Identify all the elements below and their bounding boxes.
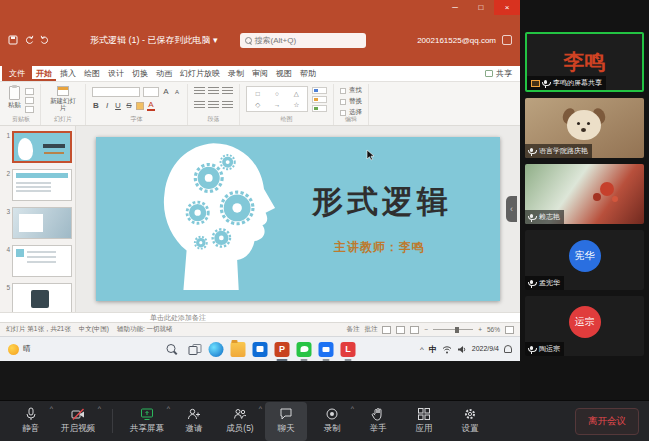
normal-view-icon[interactable] [382,326,391,334]
share-options-chevron[interactable]: ^ [167,405,170,412]
participant-tile-luqingyan[interactable]: 语言学院路庆艳 [525,98,644,158]
find-button[interactable]: 查找 [340,86,362,95]
meeting-app-icon[interactable] [319,342,334,357]
taskbar-search-icon[interactable] [165,342,180,357]
numbering-icon[interactable] [208,87,219,96]
mute-options-chevron[interactable]: ^ [50,405,53,412]
participant-tile-mengxianhua[interactable]: 宪华 孟宪华 [525,230,644,290]
shape-star-icon[interactable]: ☆ [293,101,299,109]
tab-slideshow[interactable]: 幻灯片放映 [176,66,224,81]
participant-tile-liming[interactable]: 李鸣 李鸣的屏幕共享 [525,32,644,92]
ribbon-display-options-icon[interactable] [502,35,512,45]
tab-home[interactable]: 开始 [32,66,56,81]
save-icon[interactable] [8,35,18,45]
ime-indicator[interactable]: 中 [429,344,437,355]
participant-tile-laizhiyan[interactable]: 赖志艳 [525,164,644,224]
wechat-icon[interactable] [297,342,312,357]
slideshow-view-icon[interactable] [410,326,419,334]
microsoft-store-icon[interactable] [253,342,268,357]
underline-button[interactable]: U [114,101,122,110]
leave-meeting-button[interactable]: 离开会议 [575,408,639,435]
copy-icon[interactable] [25,97,34,104]
slide-sorter-view-icon[interactable] [396,326,405,334]
slide-editor-area[interactable]: 形式逻辑 主讲教师：李鸣 [76,126,520,312]
new-slide-button[interactable]: 新建幻灯片 [47,86,79,112]
redo-icon[interactable] [40,35,50,45]
edge-browser-icon[interactable] [209,342,224,357]
replace-button[interactable]: 替换 [340,97,362,106]
fit-to-window-icon[interactable] [505,326,514,334]
align-center-icon[interactable] [208,101,219,110]
apps-button[interactable]: 应用 [403,402,445,441]
tab-help[interactable]: 帮助 [296,66,320,81]
tab-file[interactable]: 文件 [2,66,32,81]
record-button[interactable]: 录制 ^ [311,402,353,441]
strikethrough-button[interactable]: S [125,101,133,110]
font-size-select[interactable] [143,87,159,97]
maximize-button[interactable]: □ [468,0,494,15]
undo-icon[interactable] [24,35,34,45]
close-button[interactable]: × [494,0,520,15]
notes-pane[interactable]: 单击此处添加备注 [0,312,520,322]
tab-review[interactable]: 审阅 [248,66,272,81]
slide-subtitle[interactable]: 主讲教师：李鸣 [334,239,425,256]
slide-thumbnail-2[interactable]: 2 [2,169,72,201]
shape-triangle-icon[interactable]: △ [294,90,299,98]
wifi-icon[interactable] [442,345,452,354]
share-screen-button[interactable]: 共享屏幕 ^ [125,402,169,441]
sidebar-collapse-handle[interactable]: ‹ [506,196,517,222]
zoom-in-button[interactable]: + [478,326,482,333]
shape-fill-button[interactable] [312,105,327,112]
bullets-icon[interactable] [194,87,205,96]
participant-tile-taoyunzong[interactable]: 运宗 陶运宗 [525,296,644,356]
bold-button[interactable]: B [92,101,100,110]
tab-draw[interactable]: 绘图 [80,66,104,81]
slide-thumbnail-4[interactable]: 4 [2,245,72,277]
indent-icon[interactable] [222,87,233,96]
language-indicator[interactable]: 中文(中国) [79,325,109,334]
search-input[interactable]: 搜索(Alt+Q) [240,33,366,48]
quick-styles-button[interactable] [312,96,327,103]
raise-hand-button[interactable]: 举手 [357,402,399,441]
document-title[interactable]: 形式逻辑 (1) - 已保存到此电脑 ▾ [90,34,218,47]
shape-diamond-icon[interactable]: ◇ [255,101,260,109]
zoom-level[interactable]: 56% [487,326,500,333]
minimize-button[interactable]: ─ [442,0,468,15]
share-document-button[interactable]: 共享 [479,66,518,81]
notification-bell-icon[interactable] [504,345,512,353]
highlight-color-button[interactable] [136,102,144,110]
tab-insert[interactable]: 插入 [56,66,80,81]
cut-icon[interactable] [25,88,34,95]
shrink-font-button[interactable]: A [173,89,181,95]
shape-arrow-icon[interactable]: → [274,101,281,108]
italic-button[interactable]: I [103,101,111,110]
settings-button[interactable]: 设置 [449,402,491,441]
font-name-select[interactable] [92,87,140,97]
powerpoint-taskbar-icon[interactable]: P [275,342,290,357]
notes-toggle-button[interactable]: 备注 [346,325,359,334]
zoom-out-button[interactable]: − [424,326,428,333]
tab-design[interactable]: 设计 [104,66,128,81]
task-view-icon[interactable] [187,342,202,357]
shapes-gallery[interactable]: □ ○ △ ◇ → ☆ [246,86,308,112]
grow-font-button[interactable]: A [162,87,170,96]
shape-circle-icon[interactable]: ○ [275,90,279,97]
members-options-chevron[interactable]: ^ [259,405,262,412]
tab-transitions[interactable]: 切换 [128,66,152,81]
align-left-icon[interactable] [194,101,205,110]
paste-button[interactable]: 粘贴 [8,86,21,110]
arrange-button[interactable] [312,87,327,94]
chat-button[interactable]: 聊天 [265,402,307,441]
tab-view[interactable]: 视图 [272,66,296,81]
weather-widget[interactable]: 晴 [0,344,39,355]
comments-toggle-button[interactable]: 批注 [364,325,377,334]
slide-thumbnail-1[interactable]: 1 [2,131,72,163]
format-painter-icon[interactable] [25,106,34,113]
zoom-slider[interactable] [433,329,473,330]
shape-square-icon[interactable]: □ [256,90,260,97]
tab-record[interactable]: 录制 [224,66,248,81]
account-email[interactable]: 2002161525@qq.com [417,36,496,45]
red-app-icon[interactable]: L [341,342,356,357]
start-video-button[interactable]: 开启视频 ^ [56,402,100,441]
slide-thumbnail-5[interactable]: 5 [2,283,72,312]
